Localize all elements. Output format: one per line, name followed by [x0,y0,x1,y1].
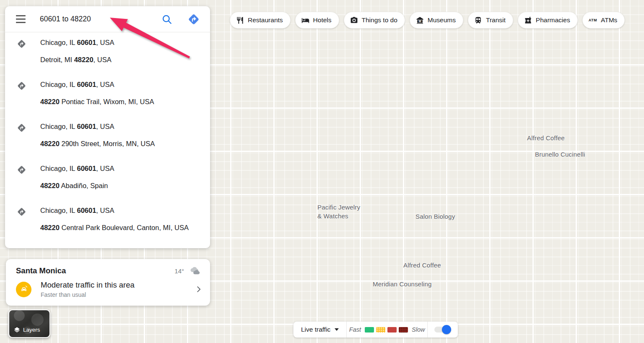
map-label-meridian-counseling[interactable]: Meridian Counseling [373,280,432,288]
map-label-brunello-cucinelli[interactable]: Brunello Cucinelli [535,150,585,159]
chip-restaurants[interactable]: Restaurants [230,12,291,29]
suggestion-item[interactable]: Chicago, IL 60601, USA 48220 Central Par… [5,206,210,245]
suggestion-destination: 48220 Pontiac Trail, Wixom, MI, USA [40,97,210,106]
google-maps-window: Alfred Coffee Brunello Cucinelli Pacific… [0,0,644,343]
temperature: 14° [174,267,184,275]
camera-icon [350,16,358,24]
hotel-icon [301,16,309,24]
museum-icon: M [416,16,424,24]
toggle-knob [442,325,451,334]
chip-label: Museums [428,16,456,24]
search-bar [5,6,210,32]
chip-label: Transit [486,16,506,24]
suggestion-item[interactable]: Chicago, IL 60601, USA 48220 Pontiac Tra… [5,80,210,122]
suggestion-item[interactable]: Chicago, IL 60601, USA 48220 Abadiño, Sp… [5,164,210,206]
map-label-alfred-coffee-1[interactable]: Alfred Coffee [527,134,565,142]
suggestion-origin: Chicago, IL 60601, USA [40,122,210,131]
chip-label: Things to do [362,16,397,24]
car-traffic-icon [19,285,29,294]
suggestion-destination: 48220 Central Park Boulevard, Canton, MI… [40,223,210,232]
slow-label: Slow [412,326,425,333]
chip-hotels[interactable]: Hotels [295,12,339,29]
suggestion-origin: Chicago, IL 60601, USA [40,164,210,173]
traffic-title: Moderate traffic in this area [41,280,185,290]
layers-button[interactable]: Layers [8,309,50,338]
live-traffic-bar: Live traffic Fast Slow [293,322,458,338]
live-traffic-dropdown[interactable]: Live traffic [293,326,346,333]
search-panel: Chicago, IL 60601, USA Detroit, MI 48220… [5,6,210,248]
category-chips: Restaurants Hotels Things to do M Museum… [230,12,625,29]
live-traffic-label: Live traffic [301,326,330,333]
weather-header: Santa Monica 14° [6,259,210,277]
directions-diamond-icon [17,81,26,91]
chevron-down-icon [335,328,339,331]
traffic-speed-legend: Fast Slow [347,326,427,333]
traffic-texts: Moderate traffic in this area Faster tha… [41,280,185,298]
chip-label: Hotels [313,16,332,24]
atm-icon: ATM [589,18,597,22]
suggestion-destination: 48220 290th Street, Morris, MN, USA [40,139,210,148]
layers-icon [13,326,21,333]
traffic-swatch-darkred [399,327,408,333]
map-label-alfred-coffee-2[interactable]: Alfred Coffee [403,261,441,270]
chip-transit[interactable]: Transit [468,12,513,29]
chip-label: Restaurants [248,16,283,24]
suggestion-destination: Detroit, MI 48220, USA [40,55,210,64]
menu-icon[interactable] [16,15,26,23]
restaurant-icon [236,16,244,24]
chip-atms[interactable]: ATM ATMs [582,12,625,29]
search-icon[interactable] [161,14,172,25]
cloudy-icon [188,266,201,275]
traffic-swatch-yellow [376,327,385,333]
suggestion-origin: Chicago, IL 60601, USA [40,80,210,89]
traffic-badge [16,282,31,297]
traffic-status-row[interactable]: Moderate traffic in this area Faster tha… [6,277,210,306]
live-traffic-toggle[interactable] [428,325,458,334]
location-title: Santa Monica [16,266,174,275]
chip-label: ATMs [601,16,617,24]
directions-diamond-icon [17,207,26,217]
search-input[interactable] [40,15,161,24]
map-label-pacific-jewelry[interactable]: Pacific Jewelry & Watches [317,203,360,220]
traffic-swatch-green [365,327,374,333]
chip-things-to-do[interactable]: Things to do [344,12,405,29]
directions-diamond-icon [17,165,26,175]
chevron-right-icon[interactable] [194,285,203,294]
suggestion-destination: 48220 Abadiño, Spain [40,181,210,190]
transit-icon [474,16,482,24]
suggestion-origin: Chicago, IL 60601, USA [40,38,210,47]
traffic-swatch-red [387,327,397,333]
suggestion-origin: Chicago, IL 60601, USA [40,206,210,215]
directions-diamond-icon [17,39,26,49]
area-info-card: Santa Monica 14° Moderate traffic in thi… [6,259,210,306]
chip-pharmacies[interactable]: Pharmacies [518,12,578,29]
chip-museums[interactable]: M Museums [410,12,463,29]
layers-inner: Layers [9,326,40,337]
suggestion-item[interactable]: Chicago, IL 60601, USA Detroit, MI 48220… [5,38,210,80]
autocomplete-suggestions: Chicago, IL 60601, USA Detroit, MI 48220… [5,32,210,245]
svg-text:M: M [419,19,421,22]
directions-diamond-icon [17,123,26,133]
layers-label: Layers [23,327,40,333]
traffic-subtitle: Faster than usual [41,291,185,298]
chip-label: Pharmacies [536,16,570,24]
suggestion-item[interactable]: Chicago, IL 60601, USA 48220 290th Stree… [5,122,210,164]
directions-icon[interactable] [187,13,200,26]
fast-label: Fast [349,326,361,333]
pharmacy-icon [524,16,532,24]
map-label-salon-biology[interactable]: Salon Biology [415,212,455,221]
